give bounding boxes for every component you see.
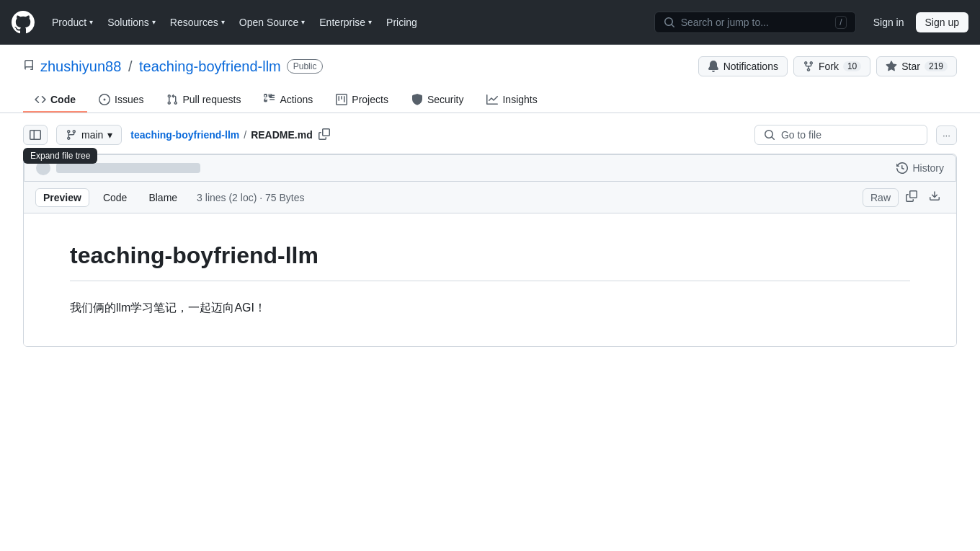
resources-chevron-icon: ▾ bbox=[221, 18, 225, 26]
nav-auth: Sign in Sign up bbox=[868, 12, 968, 32]
nav-solutions[interactable]: Solutions ▾ bbox=[102, 12, 161, 32]
file-content: teaching-boyfriend-llm 我们俩的llm学习笔记，一起迈向A… bbox=[24, 213, 956, 346]
star-button[interactable]: Star 219 bbox=[876, 56, 957, 76]
go-to-file-input[interactable] bbox=[781, 129, 911, 141]
copy-content-button[interactable] bbox=[901, 188, 922, 207]
tab-pull-requests[interactable]: Pull requests bbox=[155, 88, 252, 113]
branch-selector[interactable]: main ▾ bbox=[56, 125, 122, 145]
repo-icon bbox=[23, 60, 35, 74]
go-to-file-search-icon bbox=[764, 129, 775, 141]
file-toolbar: Expand file tree main ▾ teaching-boyfrie… bbox=[23, 125, 957, 145]
branch-name: main bbox=[81, 129, 103, 141]
search-input[interactable] bbox=[681, 17, 830, 28]
bell-icon bbox=[708, 61, 719, 72]
nav-resources[interactable]: Resources ▾ bbox=[164, 12, 231, 32]
repo-owner-link[interactable]: zhushiyun88 bbox=[40, 58, 121, 74]
repo-name-link[interactable]: teaching-boyfriend-llm bbox=[139, 58, 281, 74]
commit-row: History bbox=[24, 154, 956, 182]
code-tab[interactable]: Code bbox=[95, 188, 135, 207]
issues-icon bbox=[99, 94, 110, 105]
file-actions: Raw bbox=[863, 188, 945, 207]
history-button[interactable]: History bbox=[896, 162, 944, 174]
repo-title-row: zhushiyun88 / teaching-boyfriend-llm Pub… bbox=[23, 56, 957, 76]
fork-button[interactable]: Fork 10 bbox=[793, 56, 870, 76]
solutions-chevron-icon: ▾ bbox=[152, 18, 156, 26]
download-icon bbox=[929, 190, 940, 202]
projects-icon bbox=[336, 94, 347, 105]
sign-up-button[interactable]: Sign up bbox=[916, 12, 968, 32]
search-shortcut: / bbox=[835, 16, 846, 29]
expand-file-tree-tooltip: Expand file tree bbox=[23, 148, 97, 164]
preview-tab[interactable]: Preview bbox=[35, 188, 89, 207]
security-icon bbox=[411, 94, 423, 105]
branch-chevron-icon: ▾ bbox=[107, 129, 112, 141]
tab-code[interactable]: Code bbox=[23, 88, 87, 113]
sidebar-icon bbox=[30, 129, 41, 141]
fork-label: Fork bbox=[819, 61, 839, 72]
tab-issues[interactable]: Issues bbox=[87, 88, 155, 113]
history-label: History bbox=[912, 162, 944, 174]
code-icon bbox=[35, 94, 46, 105]
star-icon bbox=[886, 61, 897, 72]
breadcrumb-filename: README.md bbox=[251, 129, 313, 141]
file-meta: 3 lines (2 loc) · 75 Bytes bbox=[197, 192, 304, 203]
branch-icon bbox=[66, 129, 77, 141]
tab-projects[interactable]: Projects bbox=[324, 88, 400, 113]
visibility-badge: Public bbox=[287, 59, 324, 74]
open-source-chevron-icon: ▾ bbox=[301, 18, 305, 26]
readme-body: 我们俩的llm学习笔记，一起迈向AGI！ bbox=[70, 299, 910, 317]
notifications-button[interactable]: Notifications bbox=[698, 56, 788, 76]
more-options-button[interactable]: ··· bbox=[936, 125, 957, 145]
go-to-file-search[interactable] bbox=[754, 125, 927, 145]
nav-links: Product ▾ Solutions ▾ Resources ▾ Open S… bbox=[46, 12, 423, 32]
breadcrumb-repo-link[interactable]: teaching-boyfriend-llm bbox=[130, 129, 239, 141]
repo-path: zhushiyun88 / teaching-boyfriend-llm bbox=[40, 58, 281, 75]
raw-button[interactable]: Raw bbox=[863, 188, 899, 207]
repo-actions: Notifications Fork 10 Star 219 bbox=[698, 56, 957, 76]
download-button[interactable] bbox=[925, 188, 945, 207]
product-chevron-icon: ▾ bbox=[89, 18, 93, 26]
tab-security[interactable]: Security bbox=[400, 88, 476, 113]
history-icon bbox=[896, 162, 908, 174]
top-nav: Product ▾ Solutions ▾ Resources ▾ Open S… bbox=[0, 0, 980, 45]
file-viewer: History Preview Code Blame 3 lines (2 lo… bbox=[23, 154, 957, 347]
tab-insights[interactable]: Insights bbox=[475, 88, 548, 113]
nav-enterprise[interactable]: Enterprise ▾ bbox=[313, 12, 378, 32]
search-icon bbox=[664, 17, 675, 28]
insights-icon bbox=[486, 94, 498, 105]
pull-request-icon bbox=[166, 94, 178, 105]
sign-in-button[interactable]: Sign in bbox=[868, 13, 910, 32]
repo-tabs: Code Issues Pull requests Actions Projec… bbox=[23, 88, 957, 113]
nav-product[interactable]: Product ▾ bbox=[46, 12, 99, 32]
fork-count: 10 bbox=[843, 61, 861, 71]
nav-pricing[interactable]: Pricing bbox=[380, 12, 423, 32]
star-count: 219 bbox=[925, 61, 948, 71]
commit-message bbox=[56, 163, 200, 173]
file-viewer-header: Preview Code Blame 3 lines (2 loc) · 75 … bbox=[24, 182, 956, 213]
copy-content-icon bbox=[906, 190, 917, 202]
repo-header: zhushiyun88 / teaching-boyfriend-llm Pub… bbox=[0, 45, 980, 113]
search-box[interactable]: / bbox=[654, 12, 856, 33]
breadcrumb: teaching-boyfriend-llm / README.md bbox=[130, 127, 746, 144]
github-logo[interactable] bbox=[12, 11, 35, 34]
enterprise-chevron-icon: ▾ bbox=[368, 18, 372, 26]
copy-icon bbox=[318, 128, 330, 140]
sidebar-toggle-button[interactable] bbox=[23, 125, 48, 145]
notifications-label: Notifications bbox=[723, 61, 778, 72]
sidebar-toggle-area: Expand file tree bbox=[23, 125, 48, 145]
nav-open-source[interactable]: Open Source ▾ bbox=[233, 12, 311, 32]
blame-tab[interactable]: Blame bbox=[141, 188, 185, 207]
file-area: Expand file tree main ▾ teaching-boyfrie… bbox=[0, 113, 980, 358]
fork-icon bbox=[803, 61, 814, 72]
readme-title: teaching-boyfriend-llm bbox=[70, 242, 910, 281]
copy-path-button[interactable] bbox=[317, 127, 331, 144]
tab-actions[interactable]: Actions bbox=[252, 88, 324, 113]
actions-icon bbox=[264, 94, 275, 105]
star-label: Star bbox=[901, 61, 920, 72]
